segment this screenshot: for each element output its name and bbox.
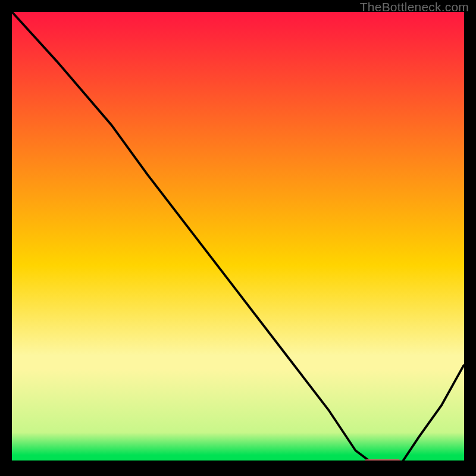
axis-baseline	[12, 461, 464, 464]
bottleneck-chart	[12, 12, 464, 464]
heat-background	[12, 12, 464, 464]
chart-frame: TheBottleneck.com	[0, 0, 476, 476]
